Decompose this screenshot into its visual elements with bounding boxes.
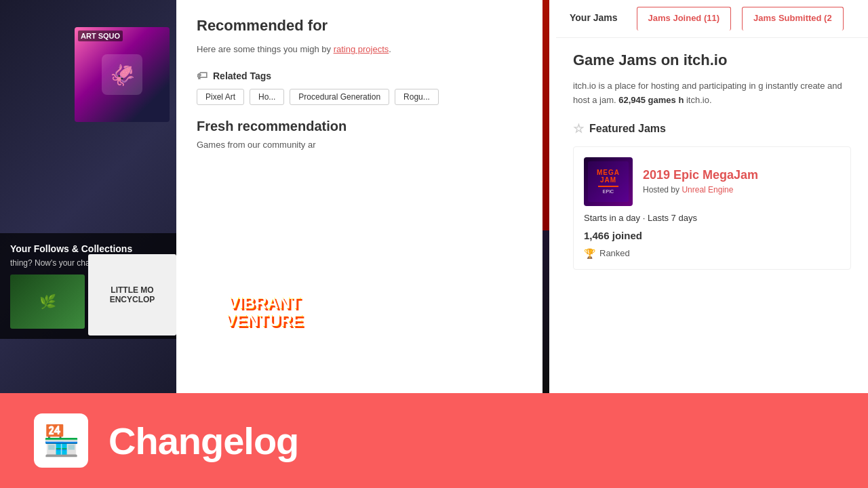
- main-recommendation-panel: Recommended for Here are some things you…: [176, 0, 542, 393]
- fresh-rec-sub: Games from our community ar: [197, 140, 522, 150]
- jam-host-link[interactable]: Unreal Engine: [682, 185, 733, 195]
- store-icon-glyph: 🏪: [43, 423, 80, 458]
- jam-logo: MEGA JAM EPIC: [584, 157, 633, 206]
- jam-name: 2019 Epic MegaJam: [643, 168, 758, 182]
- jam-ranked: 🏆 Ranked: [584, 248, 840, 259]
- ranked-label: Ranked: [599, 248, 630, 258]
- jam-meta: Hosted by Unreal Engine: [643, 185, 758, 195]
- tab-jams-submitted[interactable]: Jams Submitted (2: [742, 7, 844, 30]
- related-tags-section: 🏷 Related Tags Pixel Art Ho... Procedura…: [197, 70, 522, 105]
- featured-jams-label: Featured Jams: [589, 123, 666, 135]
- jams-description: itch.io is a place for hosting and parti…: [573, 79, 851, 108]
- left-background-panel: 🦑 ART SQUO Your Follows & Collections th…: [0, 0, 176, 393]
- changelog-store-icon: 🏪: [34, 413, 88, 468]
- rating-projects-link[interactable]: rating projects: [334, 44, 389, 54]
- tag-horror[interactable]: Ho...: [250, 89, 284, 105]
- follows-game-thumb[interactable]: 🌿: [10, 274, 85, 329]
- tag-procedural-generation[interactable]: Procedural Generation: [290, 89, 389, 105]
- tab-jams-joined[interactable]: Jams Joined (11): [637, 7, 732, 30]
- tag-pixel-art[interactable]: Pixel Art: [197, 89, 244, 105]
- jam-card-megajam[interactable]: MEGA JAM EPIC 2019 Epic MegaJam Hosted b…: [573, 146, 851, 270]
- star-icon: ☆: [573, 121, 584, 136]
- megajam-logo-inner: MEGA JAM EPIC: [588, 161, 629, 202]
- changelog-title: Changelog: [108, 419, 298, 463]
- fresh-rec-title: Fresh recommendation: [197, 119, 522, 134]
- silence-text: THE SILENC YOUR B: [353, 297, 549, 327]
- featured-jams-header: ☆ Featured Jams: [573, 121, 851, 136]
- tags-list: Pixel Art Ho... Procedural Generation Ro…: [197, 89, 522, 105]
- tag-roguelike[interactable]: Rogu...: [395, 89, 439, 105]
- trophy-icon: 🏆: [584, 248, 595, 259]
- vibrant-text: VIBRANT VENTURE: [225, 294, 303, 330]
- jam-timing: Starts in a day · Lasts 7 days: [584, 213, 840, 223]
- tab-your-jams[interactable]: Your Jams: [556, 0, 631, 37]
- art-squid-label: ART SQUO: [78, 30, 123, 41]
- jam-title-section: 2019 Epic MegaJam Hosted by Unreal Engin…: [643, 168, 758, 195]
- jam-joined-count: 1,466 joined: [584, 230, 840, 241]
- jams-main-title: Game Jams on itch.io: [573, 52, 851, 69]
- related-tags-label: Related Tags: [213, 70, 271, 81]
- art-squid-card[interactable]: 🦑: [75, 27, 170, 122]
- jams-content: Game Jams on itch.io itch.io is a place …: [556, 38, 868, 283]
- related-tags-header: 🏷 Related Tags: [197, 70, 522, 82]
- jams-tabs: Your Jams Jams Joined (11) Jams Submitte…: [556, 0, 868, 38]
- follows-section: Your Follows & Collections thing? Now's …: [0, 233, 176, 339]
- tag-icon: 🏷: [197, 70, 208, 82]
- jams-panel: Your Jams Jams Joined (11) Jams Submitte…: [556, 0, 868, 393]
- panel-fade: [522, 0, 542, 393]
- changelog-footer: 🏪 Changelog: [0, 393, 868, 488]
- jam-card-top: MEGA JAM EPIC 2019 Epic MegaJam Hosted b…: [584, 157, 840, 206]
- little-mo-text: LITTLE MO ENCYCLOP: [110, 285, 155, 305]
- follows-title: Your Follows & Collections: [10, 243, 166, 254]
- jams-count: 62,945 games h: [618, 95, 684, 105]
- little-mo-card[interactable]: LITTLE MO ENCYCLOP: [88, 254, 176, 336]
- rec-subtitle: Here are some things you migh by rating …: [197, 43, 522, 56]
- rec-title: Recommended for: [197, 17, 522, 35]
